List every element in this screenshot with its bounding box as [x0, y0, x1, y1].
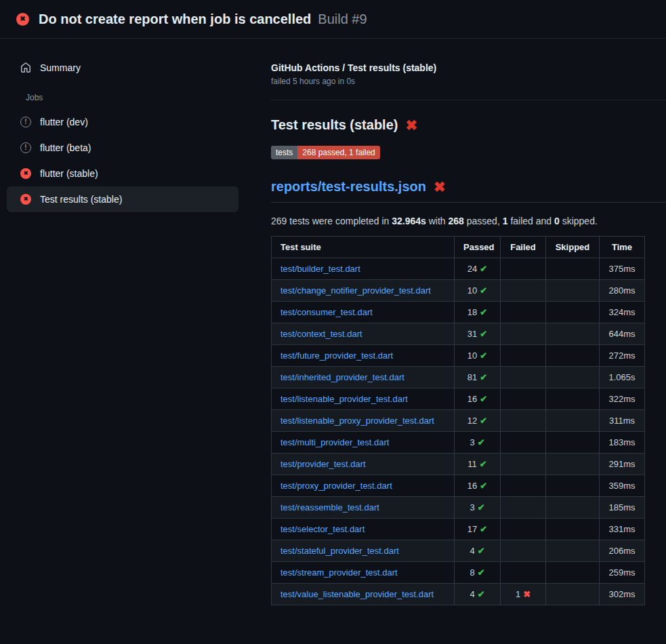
test-suite-link[interactable]: test/proxy_provider_test.dart: [280, 481, 392, 491]
cross-mark-icon: ✖: [405, 118, 417, 132]
time-cell: 280ms: [600, 280, 645, 302]
suite-cell: test/multi_provider_test.dart: [272, 432, 455, 454]
test-suite-link[interactable]: test/selector_test.dart: [280, 524, 365, 534]
time-cell: 331ms: [600, 519, 645, 540]
test-suite-link[interactable]: test/listenable_provider_test.dart: [280, 394, 408, 404]
suite-cell: test/inherited_provider_test.dart: [272, 367, 455, 388]
table-header-row: Test suite Passed Failed Skipped Time: [272, 237, 645, 258]
failed-cell: [501, 367, 546, 388]
skipped-cell: [546, 323, 600, 345]
failed-cell: [501, 540, 546, 562]
sidebar-item-flutter-stable[interactable]: ✖ flutter (stable): [7, 161, 238, 186]
results-table: Test suite Passed Failed Skipped Time te…: [271, 236, 645, 605]
run-status-line: failed 5 hours ago in 0s: [271, 77, 666, 86]
failed-cell: [501, 345, 546, 367]
test-suite-link[interactable]: test/stateful_provider_test.dart: [280, 546, 399, 556]
failed-cell: [501, 280, 546, 302]
test-suite-link[interactable]: test/inherited_provider_test.dart: [280, 372, 404, 382]
jobs-section-label: Jobs: [26, 93, 271, 102]
test-suite-link[interactable]: test/builder_test.dart: [280, 264, 360, 274]
skipped-cell: [546, 302, 600, 323]
cross-mark-icon: ✖: [434, 180, 446, 194]
skipped-cell: [546, 584, 600, 605]
divider: [271, 100, 666, 100]
check-icon: ✔: [478, 567, 485, 578]
skipped-cell: [546, 540, 600, 562]
sidebar-item-summary[interactable]: Summary: [7, 55, 238, 81]
col-header-failed: Failed: [501, 237, 546, 258]
table-row: test/selector_test.dart 17✔ 331ms: [272, 519, 645, 540]
build-number: Build #9: [318, 12, 367, 27]
skipped-cell: [546, 388, 600, 410]
check-icon: ✔: [480, 524, 487, 534]
check-icon: ✔: [480, 416, 487, 426]
test-suite-link[interactable]: test/reassemble_test.dart: [280, 502, 379, 512]
col-header-passed: Passed: [455, 237, 501, 258]
test-suite-link[interactable]: test/future_provider_test.dart: [280, 350, 393, 361]
passed-cell: 8✔: [455, 562, 501, 584]
sidebar-item-flutter-dev[interactable]: ! flutter (dev): [7, 109, 238, 135]
test-suite-link[interactable]: test/multi_provider_test.dart: [280, 437, 389, 447]
summary-text: passed,: [464, 216, 503, 226]
passed-cell: 4✔: [455, 584, 501, 605]
table-row: test/context_test.dart 31✔ 644ms: [272, 323, 645, 345]
check-icon: ✔: [480, 350, 487, 361]
failed-cell: 1✖: [501, 584, 546, 605]
passed-cell: 10✔: [455, 345, 501, 367]
suite-cell: test/stream_provider_test.dart: [272, 562, 455, 584]
breadcrumb: GitHub Actions / Test results (stable): [271, 62, 666, 73]
report-heading: reports/test-results.json ✖: [271, 179, 666, 203]
time-cell: 183ms: [600, 432, 645, 454]
table-row: test/proxy_provider_test.dart 16✔ 359ms: [272, 475, 645, 497]
passed-cell: 10✔: [455, 280, 501, 302]
skipped-cell: [546, 367, 600, 388]
summary-number: 32.964s: [392, 216, 426, 226]
summary-text: with: [426, 216, 449, 226]
test-suite-link[interactable]: test/provider_test.dart: [280, 459, 366, 469]
test-suite-link[interactable]: test/consumer_test.dart: [280, 307, 373, 317]
failed-cell: [501, 562, 546, 584]
skipped-cell: [546, 258, 600, 280]
passed-cell: 16✔: [455, 388, 501, 410]
skipped-cell: [546, 475, 600, 497]
col-header-test-suite: Test suite: [272, 237, 455, 258]
suite-cell: test/consumer_test.dart: [272, 302, 455, 323]
neutral-status-icon: !: [20, 142, 31, 153]
sidebar-item-flutter-beta[interactable]: ! flutter (beta): [7, 135, 238, 161]
suite-cell: test/reassemble_test.dart: [272, 497, 455, 519]
table-row: test/consumer_test.dart 18✔ 324ms: [272, 302, 645, 323]
failed-cell: [501, 475, 546, 497]
test-suite-link[interactable]: test/context_test.dart: [280, 329, 362, 339]
failed-cell: [501, 388, 546, 410]
col-header-skipped: Skipped: [546, 237, 600, 258]
report-link[interactable]: reports/test-results.json: [271, 179, 426, 195]
home-icon: [20, 62, 31, 73]
test-suite-link[interactable]: test/stream_provider_test.dart: [280, 567, 398, 578]
time-cell: 644ms: [600, 323, 645, 345]
suite-cell: test/listenable_provider_test.dart: [272, 388, 455, 410]
x-icon: ✖: [523, 589, 530, 599]
top-header: ✖ Do not create report when job is cance…: [0, 0, 666, 39]
check-icon: ✔: [480, 481, 487, 491]
passed-cell: 11✔: [455, 454, 501, 475]
check-icon: ✔: [480, 264, 487, 274]
time-cell: 291ms: [600, 454, 645, 475]
suite-cell: test/stateful_provider_test.dart: [272, 540, 455, 562]
failed-cell: [501, 258, 546, 280]
check-icon: ✔: [480, 285, 487, 296]
skipped-cell: [546, 345, 600, 367]
suite-cell: test/value_listenable_provider_test.dart: [272, 584, 455, 605]
passed-cell: 3✔: [455, 497, 501, 519]
test-suite-link[interactable]: test/listenable_proxy_provider_test.dart: [280, 416, 434, 426]
sidebar-summary-label: Summary: [40, 62, 81, 73]
test-suite-link[interactable]: test/value_listenable_provider_test.dart: [280, 589, 434, 599]
col-header-time: Time: [600, 237, 645, 258]
time-cell: 375ms: [600, 258, 645, 280]
failed-cell: [501, 432, 546, 454]
test-suite-link[interactable]: test/change_notifier_provider_test.dart: [280, 285, 431, 296]
section-title-text: Test results (stable): [271, 117, 398, 133]
time-cell: 322ms: [600, 388, 645, 410]
sidebar-item-test-results-stable[interactable]: ✖ Test results (stable): [7, 186, 238, 212]
job-label: Test results (stable): [40, 194, 122, 205]
table-row: test/reassemble_test.dart 3✔ 185ms: [272, 497, 645, 519]
